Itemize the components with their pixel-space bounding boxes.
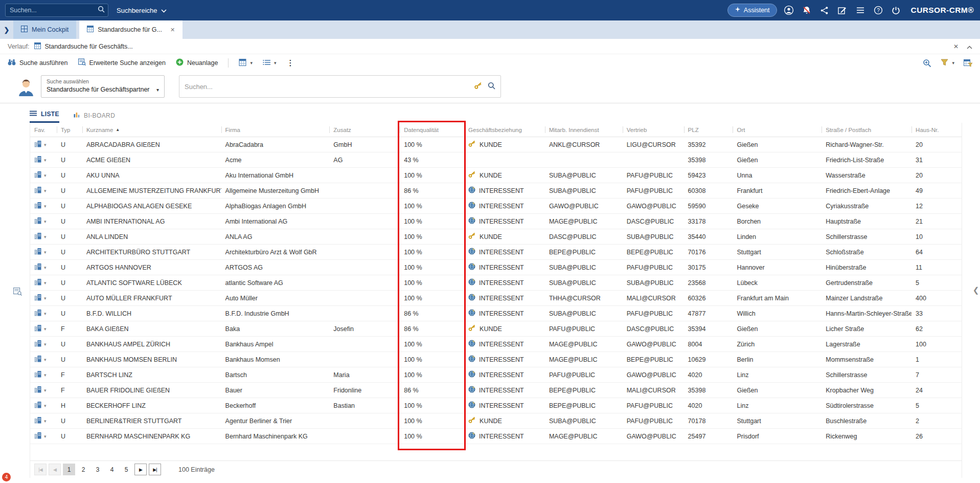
table-row[interactable]: ▾UBERNHARD MASCHINENPARK KGBernhard Masc… (30, 429, 962, 444)
column-header-3[interactable]: Firma (221, 123, 330, 137)
row-actions-dropdown-icon[interactable]: ▾ (44, 219, 47, 224)
global-search[interactable] (5, 4, 108, 17)
row-actions-dropdown-icon[interactable]: ▾ (44, 250, 47, 255)
filter-dropdown[interactable]: ▾ (941, 59, 954, 68)
table-row[interactable]: ▾UARCHITEKTURBÜRO STUTTGARTArchitekturbü… (30, 245, 962, 260)
row-actions-dropdown-icon[interactable]: ▾ (44, 403, 47, 408)
table-row[interactable]: ▾UALPHABIOGAS ANLAGEN GESEKEAlphaBiogas … (30, 199, 962, 214)
page-button-5[interactable]: 5 (120, 464, 132, 475)
page-button-3[interactable]: 3 (92, 464, 104, 475)
row-actions-dropdown-icon[interactable]: ▾ (44, 188, 47, 193)
table-row[interactable]: ▾UACME GIEßENAcmeAG43 %35398GießenFriedr… (30, 152, 962, 168)
row-actions-dropdown-icon[interactable]: ▾ (44, 372, 47, 378)
page-button-1[interactable]: 1 (63, 464, 75, 475)
previous-page-icon[interactable]: ◀ (49, 464, 61, 475)
table-row[interactable]: ▾UALLGEMEINE MUSTERZEITUNG FRANKFURTAllg… (30, 183, 962, 199)
row-actions-dropdown-icon[interactable]: ▾ (44, 326, 47, 332)
collapse-side-panel-icon[interactable]: ❮ (972, 286, 979, 295)
zoom-search-icon[interactable] (923, 59, 931, 68)
help-icon[interactable]: ? (872, 4, 884, 16)
sidebar-search-note-icon[interactable] (13, 288, 22, 298)
last-page-icon[interactable]: ▶| (149, 464, 161, 475)
column-header-4[interactable]: Zusatz (329, 123, 400, 137)
column-header-1[interactable]: Typ (57, 123, 82, 137)
row-actions-dropdown-icon[interactable]: ▾ (44, 419, 47, 424)
table-row[interactable]: ▾UBERLINER&TRIER STUTTGARTAgentur Berlin… (30, 413, 962, 429)
row-actions-dropdown-icon[interactable]: ▾ (44, 342, 47, 347)
close-panel-icon[interactable]: ✕ (953, 43, 959, 50)
collapse-up-icon[interactable] (967, 42, 972, 51)
next-page-icon[interactable]: ▶ (134, 464, 147, 475)
row-actions-dropdown-icon[interactable]: ▾ (44, 280, 47, 286)
table-row[interactable]: ▾UATLANTIC SOFTWARE LÜBECKatlantic Softw… (30, 275, 962, 291)
column-header-5[interactable]: Datenqualität (400, 123, 464, 137)
table-row[interactable]: ▾FBAKA GIEßENBakaJosefin86 %KUNDEPAFU@PU… (30, 321, 962, 337)
page-button-2[interactable]: 2 (77, 464, 89, 475)
logout-power-icon[interactable] (890, 4, 902, 16)
row-actions-dropdown-icon[interactable]: ▾ (44, 296, 47, 301)
row-actions-dropdown-icon[interactable]: ▾ (44, 311, 47, 316)
tab-liste[interactable]: LISTE (30, 111, 59, 123)
table-row[interactable]: ▾UARTGOS HANNOVERARTGOS AG100 %INTERESSE… (30, 260, 962, 275)
notifications-muted-icon[interactable] (801, 4, 813, 16)
tab-standardsuche[interactable]: Standardsuche für G... ✕ (79, 20, 183, 39)
key-icon[interactable] (474, 82, 483, 92)
table-row[interactable]: ▾UAKU UNNAAku International GmbH100 %KUN… (30, 168, 962, 183)
advanced-search-button[interactable]: Erweiterte Suche anzeigen (78, 58, 166, 68)
column-header-6[interactable]: Geschäftsbeziehung (464, 123, 545, 137)
main-search-input[interactable] (185, 83, 469, 91)
column-header-7[interactable]: Mitarb. Innendienst (545, 123, 623, 137)
table-view-dropdown[interactable]: ▾ (239, 59, 253, 68)
table-row[interactable]: ▾FBARTSCH LINZBartschMaria100 %INTERESSE… (30, 367, 962, 383)
table-row[interactable]: ▾UANLA LINDENANLA AG100 %KUNDEDASC@PUBLI… (30, 229, 962, 245)
history-item[interactable]: Standardsuche für Geschäfts... (34, 42, 132, 51)
share-icon[interactable] (818, 4, 831, 16)
compose-icon[interactable] (836, 4, 849, 16)
column-header-12[interactable]: Haus-Nr. (911, 123, 962, 137)
table-row[interactable]: ▾UAMBI INTERNATIONAL AGAmbi Internationa… (30, 214, 962, 229)
global-search-input[interactable] (6, 7, 98, 14)
main-search-field[interactable] (179, 75, 501, 98)
tab-bi-board[interactable]: BI-BOARD (74, 112, 115, 123)
table-row[interactable]: ▾UBANKHAUS MOMSEN BERLINBankhaus Momsen1… (30, 352, 962, 367)
table-row[interactable]: ▾FBAUER FRIDOLINE GIEßENBauerFridonline8… (30, 383, 962, 398)
row-actions-dropdown-icon[interactable]: ▾ (44, 357, 47, 362)
table-row[interactable]: ▾UAUTO MÜLLER FRANKFURTAuto Müller100 %I… (30, 291, 962, 306)
search-select-combo[interactable]: Suche auswählen Standardsuche für Geschä… (41, 75, 165, 98)
row-actions-dropdown-icon[interactable]: ▾ (44, 388, 47, 393)
search-submit-icon[interactable] (488, 82, 495, 92)
create-record-button[interactable]: Neuanlage (176, 58, 218, 68)
column-header-0[interactable]: Fav. (30, 123, 57, 137)
table-filter-icon[interactable] (964, 59, 972, 67)
list-view-dropdown[interactable]: ▾ (263, 59, 277, 67)
page-button-4[interactable]: 4 (106, 464, 118, 475)
row-actions-dropdown-icon[interactable]: ▾ (44, 434, 47, 439)
column-header-8[interactable]: Vertrieb (623, 123, 684, 137)
table-row[interactable]: ▾UB.F.D. WILLICHB.F.D. Industrie GmbH86 … (30, 306, 962, 321)
table-row[interactable]: ▾UABRACADABRA GIEßENAbraCadabraGmbH100 %… (30, 137, 962, 152)
column-header-2[interactable]: Kurzname▲ (82, 123, 221, 137)
table-row[interactable]: ▾HBECKERHOFF LINZBeckerhoffBastian100 %I… (30, 398, 962, 413)
close-icon[interactable]: ✕ (170, 27, 175, 33)
more-options-kebab-icon[interactable]: ⋮ (286, 58, 294, 68)
column-header-9[interactable]: PLZ (684, 123, 733, 137)
row-actions-dropdown-icon[interactable]: ▾ (44, 204, 47, 209)
column-header-10[interactable]: Ort (733, 123, 822, 137)
first-page-icon[interactable]: |◀ (34, 464, 47, 475)
row-actions-dropdown-icon[interactable]: ▾ (44, 265, 47, 270)
row-actions-dropdown-icon[interactable]: ▾ (44, 173, 47, 178)
search-icon[interactable] (98, 6, 105, 15)
menu-rows-icon[interactable] (854, 4, 867, 16)
tab-mein-cockpit[interactable]: Mein Cockpit (13, 20, 76, 39)
user-account-icon[interactable] (783, 4, 795, 16)
run-search-button[interactable]: Suche ausführen (8, 59, 68, 67)
column-header-11[interactable]: Straße / Postfach (822, 123, 911, 137)
row-actions-dropdown-icon[interactable]: ▾ (44, 142, 47, 147)
assistant-button[interactable]: Assistent (727, 4, 777, 17)
search-scope-dropdown[interactable]: Suchbereiche (117, 7, 167, 14)
tabs-overflow-arrow-icon[interactable]: ❯ (0, 20, 13, 39)
notification-count-badge[interactable]: 4 (2, 473, 11, 481)
row-actions-dropdown-icon[interactable]: ▾ (44, 158, 47, 163)
table-row[interactable]: ▾UBANKHAUS AMPEL ZÜRICHBankhaus Ampel100… (30, 337, 962, 352)
row-actions-dropdown-icon[interactable]: ▾ (44, 234, 47, 239)
